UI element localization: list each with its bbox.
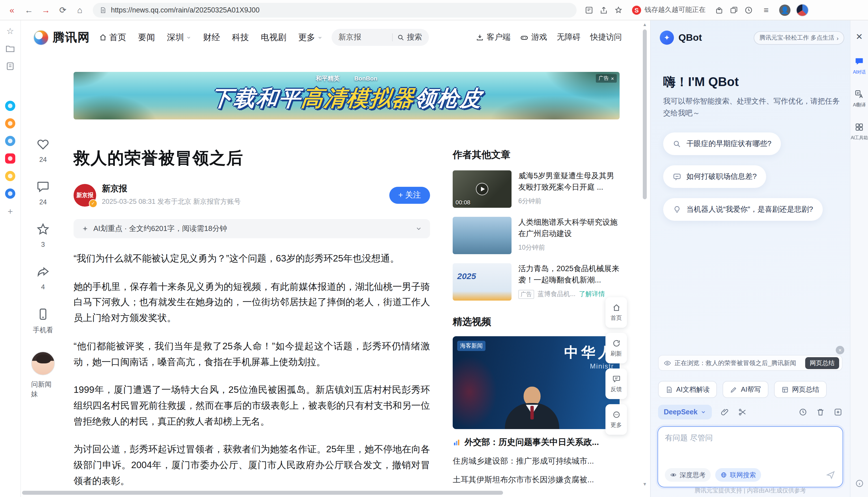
tabs-icon[interactable] xyxy=(729,5,738,14)
learn-more-link[interactable]: 了解详情 xyxy=(579,290,605,298)
home-icon xyxy=(612,303,620,312)
xiaohongshu-icon[interactable] xyxy=(5,153,15,164)
author-name[interactable]: 新京报 xyxy=(102,183,241,194)
suggestion-card[interactable]: 当机器人说“我爱你”，是喜剧还是悲剧? xyxy=(663,198,823,221)
scroll-down-icon[interactable]: ▼ xyxy=(641,481,649,488)
mobile-view-action[interactable]: 手机看 xyxy=(33,307,53,335)
page-summary-chip[interactable]: 网页总结 xyxy=(805,357,839,369)
chat-input[interactable] xyxy=(665,433,836,462)
vertical-scrollbar[interactable]: ▲ ▼ xyxy=(641,22,649,488)
nav-tv[interactable]: 电视剧 xyxy=(261,32,286,43)
history-icon[interactable] xyxy=(744,5,753,14)
star-action[interactable]: 3 xyxy=(36,223,50,248)
nav-tech[interactable]: 科技 xyxy=(232,32,249,43)
float-refresh-button[interactable]: 刷新 xyxy=(605,333,627,364)
forward-icon[interactable]: → xyxy=(39,2,53,17)
extensions-puzzle-icon[interactable] xyxy=(715,5,724,14)
related-item[interactable]: 人类细胞谱系大科学研究设施在广州启动建设 10分钟前 xyxy=(453,217,620,254)
page-summary-button[interactable]: 网页总结 xyxy=(774,381,826,398)
add-app-icon[interactable]: ＋ xyxy=(5,206,15,216)
profile-avatar[interactable] xyxy=(796,4,809,16)
like-action[interactable]: 24 xyxy=(36,138,50,164)
related-item[interactable]: 00:08 威海5岁男童疑遭生母及其男友殴打致死案今日开庭 ... 6分钟前 xyxy=(453,170,620,208)
accessibility-link[interactable]: 无障碍 xyxy=(557,32,581,42)
menu-icon[interactable]: ≡ xyxy=(759,2,773,17)
horizontal-scrollbar[interactable] xyxy=(21,489,641,496)
related-title: 活力青岛，2025食品机械展来袭！一起嗨翻食机新潮... xyxy=(518,263,620,286)
notice-close-icon[interactable]: × xyxy=(836,346,844,354)
share-action[interactable]: 4 xyxy=(36,265,50,291)
camera-app-icon[interactable] xyxy=(5,171,15,181)
screenshot-scissors-icon[interactable] xyxy=(738,408,747,417)
yuanbao-promo-pill[interactable]: 腾讯元宝-轻松工作 多点生活› xyxy=(754,31,844,44)
folder-icon[interactable] xyxy=(5,44,15,54)
nav-news[interactable]: 要闻 xyxy=(138,32,155,43)
model-selector[interactable]: DeepSeek xyxy=(658,405,712,420)
clock-app-icon[interactable] xyxy=(5,188,15,199)
edge-ai-chat[interactable]: AI对话 xyxy=(853,57,866,75)
penguin-group-icon[interactable] xyxy=(5,136,15,146)
scroll-up-icon[interactable]: ▲ xyxy=(641,22,649,28)
edge-ai-translate[interactable]: AI翻译 xyxy=(853,89,866,108)
refresh-icon[interactable]: ⟳ xyxy=(56,2,70,17)
chevron-down-icon[interactable] xyxy=(415,225,422,232)
favorites-star-icon[interactable]: ☆ xyxy=(5,26,15,36)
vertical-scroll-thumb[interactable] xyxy=(643,29,647,199)
address-bar[interactable]: https://news.qq.com/rain/a/20250325A01X9… xyxy=(93,2,577,17)
ad-banner[interactable]: 和平精英 BonBon 下载和平高清模拟器领枪皮 广告× xyxy=(74,72,620,119)
reading-mode-icon[interactable] xyxy=(584,5,594,14)
history-icon[interactable] xyxy=(798,408,808,417)
trash-icon[interactable] xyxy=(816,408,825,417)
suggestion-card[interactable]: 干眼症的早期症状有哪些? xyxy=(663,132,781,155)
new-chat-icon[interactable] xyxy=(834,408,842,417)
share-icon[interactable] xyxy=(599,5,608,14)
nav-shenzhen[interactable]: 深圳 xyxy=(167,32,191,43)
quick-access-link[interactable]: 快捷访问 xyxy=(590,32,622,42)
ai-digest-bar[interactable]: AI划重点 · 全文约6201字，阅读需18分钟 xyxy=(74,219,430,238)
send-icon[interactable] xyxy=(826,470,836,480)
author-avatar[interactable]: 新京报 xyxy=(74,184,96,206)
float-home-button[interactable]: 首页 xyxy=(605,297,627,328)
float-more-button[interactable]: 更多 xyxy=(605,404,627,435)
video-list-item[interactable]: 土耳其伊斯坦布尔市市长因涉嫌贪腐被... xyxy=(453,475,620,485)
follow-button[interactable]: + 关注 xyxy=(389,186,430,203)
client-link[interactable]: 客户端 xyxy=(476,32,510,42)
games-link[interactable]: 游戏 xyxy=(520,32,547,42)
featured-video[interactable]: 海客新闻 中华人 Ministr xyxy=(453,336,620,429)
web-search-toggle[interactable]: 联网搜索 xyxy=(715,468,761,482)
search-box[interactable]: 新京报 搜索 xyxy=(332,29,429,46)
attachment-icon[interactable] xyxy=(720,408,729,417)
collapse-sidebar-icon[interactable]: « xyxy=(4,2,19,17)
nav-finance[interactable]: 财经 xyxy=(203,32,220,43)
user-avatar[interactable]: 👤 xyxy=(779,4,791,16)
related-time: 6分钟前 xyxy=(518,197,620,205)
ai-write-button[interactable]: AI帮写 xyxy=(723,381,768,398)
deep-think-toggle[interactable]: 深度思考 xyxy=(665,468,711,482)
horizontal-scroll-thumb[interactable] xyxy=(22,491,503,495)
related-item-ad[interactable]: 2025 活力青岛，2025食品机械展来袭！一起嗨翻食机新潮... 广告 蓝博食… xyxy=(453,263,620,301)
tencent-logo[interactable]: 腾讯网 xyxy=(33,29,90,45)
nav-more[interactable]: 更多 xyxy=(298,32,322,43)
ad-close-icon[interactable]: × xyxy=(611,75,614,81)
close-panel-icon[interactable]: ✕ xyxy=(856,32,863,42)
compass-app-icon[interactable] xyxy=(5,118,15,128)
suggestion-card[interactable]: 如何打破职场信息差? xyxy=(663,165,766,188)
extension-news-badge[interactable]: S 钱存越久越可能正在 xyxy=(628,4,709,16)
nav-home[interactable]: 首页 xyxy=(99,32,126,43)
news-assistant[interactable]: 问新闻妹 xyxy=(31,352,55,399)
search-button[interactable]: 搜索 xyxy=(397,32,422,42)
comment-action[interactable]: 24 xyxy=(36,180,50,206)
edge-ai-toolbox[interactable]: AI工具箱 xyxy=(851,122,868,141)
bookmark-star-icon[interactable] xyxy=(614,5,623,14)
ai-doc-read-button[interactable]: AI文档解读 xyxy=(658,381,717,398)
video-list-item[interactable]: 住房城乡建设部：推广形成可持续城市... xyxy=(453,456,620,466)
featured-caption[interactable]: 外交部：历史问题事关中日关系政... xyxy=(453,437,620,448)
notes-icon[interactable] xyxy=(5,61,15,71)
qq-icon[interactable] xyxy=(5,101,15,111)
back-icon[interactable]: ← xyxy=(21,2,36,17)
float-feedback-button[interactable]: 反馈 xyxy=(605,369,627,399)
info-icon[interactable] xyxy=(855,479,864,488)
search-icon xyxy=(397,34,405,41)
home-icon[interactable]: ⌂ xyxy=(72,2,87,17)
ad-mark[interactable]: 广告× xyxy=(595,74,617,83)
